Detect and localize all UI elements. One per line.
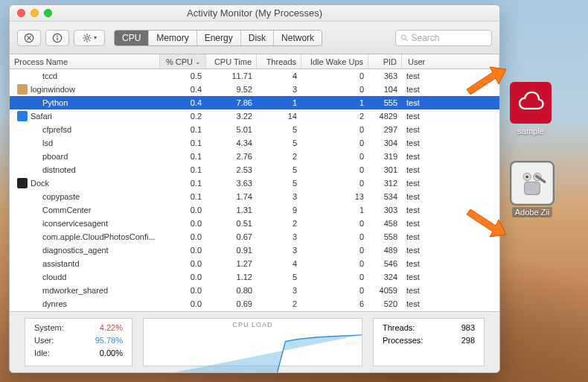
svg-point-6 (86, 36, 89, 39)
cell-cpu: 0.0 (160, 243, 206, 257)
cell-time: 11.71 (206, 69, 257, 83)
table-row[interactable]: mdworker_shared0.00.80304059test (10, 284, 499, 297)
process-table[interactable]: tccd0.511.7140363testloginwindow0.49.523… (10, 69, 499, 311)
col-pid[interactable]: PID (368, 54, 402, 69)
tab-network[interactable]: Network (274, 31, 322, 45)
cell-threads: 5 (257, 176, 301, 190)
tab-memory[interactable]: Memory (149, 31, 196, 45)
process-name: CommCenter (42, 206, 91, 214)
cell-threads: 5 (257, 163, 301, 176)
svg-line-11 (84, 35, 86, 36)
table-row[interactable]: lsd0.14.3450304test (10, 136, 499, 150)
table-row[interactable]: assistantd0.01.2740546test (10, 257, 499, 270)
cell-time: 1.27 (206, 257, 257, 270)
annotation-arrow (463, 63, 508, 97)
svg-rect-21 (525, 182, 540, 194)
cell-threads: 5 (257, 270, 301, 284)
annotation-arrow (463, 207, 508, 241)
col-cpu[interactable]: % CPU⌄ (160, 54, 206, 69)
table-row[interactable]: tccd0.511.7140363test (10, 69, 499, 83)
window-title: Activity Monitor (My Processes) (10, 7, 499, 19)
counts-box: Threads:983 Processes:298 (373, 318, 485, 366)
process-name: cfprefsd (42, 125, 71, 134)
search-icon (400, 34, 409, 42)
cell-user: test (402, 96, 499, 109)
cell-threads: 4 (257, 257, 301, 270)
graph-label: CPU LOAD (144, 321, 362, 328)
table-row[interactable]: Dock0.13.6350312test (10, 176, 499, 190)
cell-pid: 301 (368, 163, 402, 176)
cell-user: test (402, 109, 499, 123)
svg-line-12 (89, 39, 90, 41)
idle-value: 0.00% (100, 348, 123, 361)
cell-threads: 3 (257, 83, 301, 96)
desktop-icon-sample[interactable]: sample (505, 82, 557, 136)
cell-time: 0.69 (206, 297, 257, 311)
process-name: distnoted (42, 165, 76, 174)
cell-pid: 520 (368, 297, 402, 311)
table-row[interactable]: com.apple.CloudPhotosConfi...0.00.673055… (10, 230, 499, 243)
desktop-icon-adobe-zii[interactable]: Adobe Zii (506, 162, 558, 217)
cell-threads: 4 (257, 69, 301, 83)
svg-point-4 (57, 35, 58, 36)
cell-pid: 4829 (368, 109, 402, 123)
cell-pid: 4059 (368, 284, 402, 297)
automator-icon (511, 162, 553, 204)
cell-user: test (402, 270, 499, 284)
cell-idle: 0 (301, 150, 368, 163)
search-input[interactable] (412, 33, 488, 43)
cell-cpu: 0.1 (160, 176, 206, 190)
cell-idle: 0 (301, 243, 368, 257)
table-row[interactable]: pboard0.12.7620319test (10, 150, 499, 163)
cell-idle: 0 (301, 136, 368, 150)
process-name: Safari (31, 112, 52, 121)
cell-pid: 303 (368, 203, 402, 217)
titlebar[interactable]: Activity Monitor (My Processes) (10, 5, 499, 22)
process-name: cloudd (42, 273, 66, 281)
desktop-icon-label: Adobe Zii (512, 207, 552, 217)
table-row[interactable]: diagnostics_agent0.00.9130489test (10, 243, 499, 257)
cell-time: 2.76 (206, 150, 257, 163)
cell-time: 0.80 (206, 284, 257, 297)
cpu-summary-box: System:4.22% User:95.78% Idle:0.00% (25, 318, 132, 366)
table-row[interactable]: loginwindow0.49.5230104test (10, 83, 499, 96)
table-row[interactable]: cfprefsd0.15.0150297test (10, 123, 499, 136)
col-idle[interactable]: Idle Wake Ups (301, 54, 368, 69)
cell-pid: 312 (368, 176, 402, 190)
col-threads[interactable]: Threads (257, 54, 301, 69)
svg-rect-5 (57, 37, 57, 40)
table-row[interactable]: copypaste0.11.74313534test (10, 190, 499, 203)
inspect-process-button[interactable] (45, 30, 69, 46)
table-row[interactable]: Safari0.23.221424829test (10, 109, 499, 123)
cell-threads: 2 (257, 150, 301, 163)
cell-pid: 319 (368, 150, 402, 163)
cell-cpu: 0.1 (160, 123, 206, 136)
tab-energy[interactable]: Energy (197, 31, 241, 45)
stop-process-button[interactable] (17, 30, 41, 46)
table-row[interactable]: CommCenter0.01.3191303test (10, 203, 499, 217)
options-button[interactable]: ▾ (74, 30, 105, 46)
table-row[interactable]: distnoted0.12.5350301test (10, 163, 499, 176)
table-row[interactable]: iconservicesagent0.00.5120458test (10, 217, 499, 230)
cell-idle: 0 (301, 163, 368, 176)
process-name: copypaste (42, 192, 80, 201)
table-row[interactable]: cloudd0.01.1250324test (10, 270, 499, 284)
safari-icon (17, 111, 28, 121)
threads-label: Threads: (383, 323, 415, 336)
cell-threads: 1 (257, 96, 301, 109)
cell-threads: 5 (257, 123, 301, 136)
search-field[interactable] (395, 30, 492, 46)
cell-time: 0.67 (206, 230, 257, 243)
table-row[interactable]: dynres0.00.6926520test (10, 297, 499, 311)
processes-value: 298 (461, 336, 475, 348)
cell-pid: 534 (368, 190, 402, 203)
cell-pid: 489 (368, 243, 402, 257)
table-row[interactable]: Python0.47.8611555test (10, 96, 499, 109)
tab-disk[interactable]: Disk (241, 31, 274, 45)
dock-icon (17, 178, 28, 188)
svg-line-16 (406, 39, 408, 41)
process-name: assistantd (42, 259, 80, 268)
col-cpu-time[interactable]: CPU Time (206, 54, 257, 69)
tab-cpu[interactable]: CPU (115, 31, 149, 45)
col-process-name[interactable]: Process Name (10, 54, 160, 69)
